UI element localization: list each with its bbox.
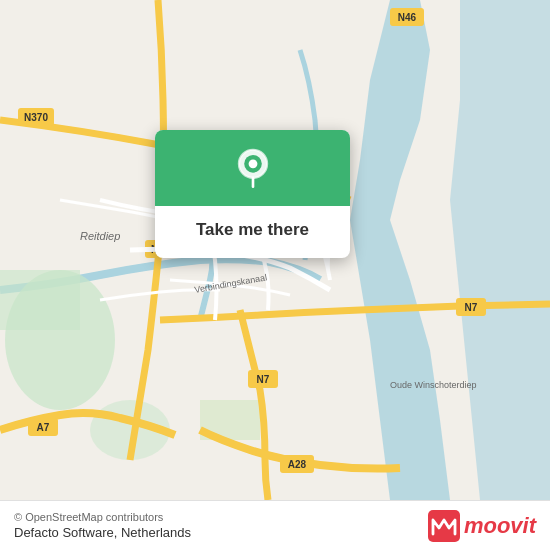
- svg-text:N7: N7: [465, 302, 478, 313]
- moovit-brand-text: moovit: [464, 513, 536, 539]
- copyright-text: © OpenStreetMap contributors: [14, 511, 191, 523]
- popup-header: [155, 130, 350, 206]
- svg-text:Oude Winschoterdiep: Oude Winschoterdiep: [390, 380, 477, 390]
- map-container: N370 N370 N7 N7 A28 A7 N46: [0, 0, 550, 500]
- take-me-there-button[interactable]: Take me there: [171, 216, 334, 244]
- svg-text:N370: N370: [24, 112, 48, 123]
- company-name: Defacto Software, Netherlands: [14, 525, 191, 540]
- popup-body: Take me there: [155, 206, 350, 258]
- svg-text:Reitdiep: Reitdiep: [80, 230, 120, 242]
- svg-text:N7: N7: [257, 374, 270, 385]
- svg-rect-2: [0, 270, 80, 330]
- svg-point-24: [248, 159, 257, 168]
- footer-left: © OpenStreetMap contributors Defacto Sof…: [14, 511, 191, 540]
- location-pin-icon: [231, 148, 275, 192]
- moovit-logo: moovit: [428, 510, 536, 542]
- popup-card: Take me there: [155, 130, 350, 258]
- svg-text:A7: A7: [37, 422, 50, 433]
- svg-text:A28: A28: [288, 459, 307, 470]
- moovit-m-icon: [428, 510, 460, 542]
- svg-text:N46: N46: [398, 12, 417, 23]
- footer: © OpenStreetMap contributors Defacto Sof…: [0, 500, 550, 550]
